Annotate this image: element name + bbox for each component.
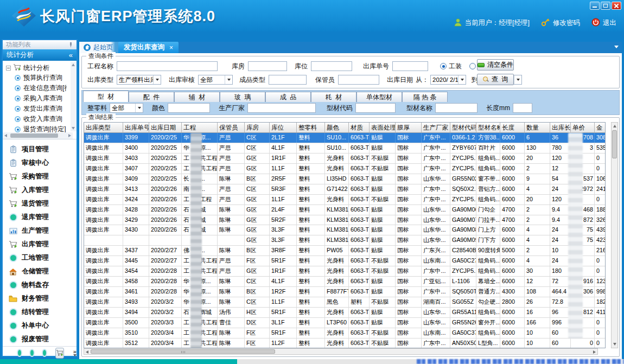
table-row[interactable]: 调拨出库35122020/3/4工共工程陈琳F区1L2F整料光身料6063-T5… (84, 339, 605, 348)
column-header-数量[interactable]: 数量 (525, 123, 550, 132)
scrollbar-thumb[interactable] (91, 349, 275, 354)
column-header-整零料[interactable]: 整零料 (297, 123, 325, 132)
scroll-up-icon[interactable] (613, 125, 616, 127)
sidebar-item-物料盘存[interactable]: 物料盘存 (3, 278, 77, 292)
order-no-input[interactable] (392, 61, 428, 71)
cart-module-button[interactable] (55, 348, 64, 359)
sidebar-item-仓储管理[interactable]: 仓储管理 (3, 265, 77, 278)
sidebar-item-生产管理[interactable]: 生产管理 (3, 224, 77, 238)
table-row[interactable]: 调拨出库34242020/2/26工工程严思G区1L1F整料光身料6063-T5… (84, 195, 605, 205)
profile-code-input[interactable] (355, 103, 396, 113)
tree-item-预算执行查询[interactable]: 预算执行查询 (3, 73, 67, 83)
scroll-left-icon[interactable] (4, 134, 7, 137)
material-tab-玻璃[interactable]: 玻 璃 (220, 92, 265, 102)
minimize-button[interactable] (590, 2, 600, 10)
column-header-材质[interactable]: 材质 (349, 123, 370, 132)
scroll-right-icon[interactable] (593, 350, 596, 354)
search-button[interactable]: 查 询 (477, 74, 514, 85)
material-tab-辅材[interactable]: 辅 材 (174, 92, 220, 102)
sidebar-item-补单中心[interactable]: 补单中心 (3, 319, 77, 333)
color-input[interactable] (168, 103, 210, 113)
tree-item-收货入库查询[interactable]: 收货入库查询 (3, 114, 67, 124)
material-tab-耗材[interactable]: 耗 材 (311, 92, 356, 102)
sidebar-item-审核中心[interactable]: 审核中心 (3, 156, 77, 170)
audit-select[interactable]: 全部 (198, 75, 233, 85)
sidebar-item-出库管理[interactable]: 出库管理 (3, 238, 77, 251)
scroll-right-icon[interactable] (68, 134, 71, 137)
profile-name-input[interactable] (435, 103, 477, 113)
module-dot-icon[interactable] (43, 350, 46, 356)
table-row[interactable]: 调拨出库34942020/3/2石辉城汤伟H区5R1F整料光身料6063-T5贴… (84, 308, 605, 318)
collapse-icon[interactable]: « (69, 51, 73, 59)
scrollbar-thumb[interactable] (612, 130, 617, 158)
table-row[interactable]: 调拨出库34452020/2/27工共工程严思F区5R1F整料光身料6063-T… (84, 256, 605, 266)
table-row[interactable]: 调拨出库34292020/2/26石城陈琳G区5R2F整料KLM38176063… (84, 215, 605, 226)
material-tab-隔热条[interactable]: 隔 热 条 (402, 92, 448, 102)
sidebar-item-财务管理[interactable]: 财务管理 (3, 292, 77, 305)
column-header-工程[interactable]: 工程 (182, 123, 218, 132)
column-header-长度[interactable]: 长度 (500, 123, 525, 132)
tree-item-在途信息查询[待[interactable]: 在途信息查询[待 (3, 83, 67, 93)
sidebar-item-结转管理[interactable]: 结转管理 (3, 305, 77, 319)
sidebar-item-工地管理[interactable]: 工地管理 (3, 251, 77, 265)
column-header-金[interactable]: 金 (595, 123, 606, 132)
scroll-up-icon[interactable] (72, 63, 75, 66)
pin-icon[interactable] (68, 42, 73, 47)
scroll-down-icon[interactable] (613, 343, 616, 346)
expander-icon[interactable] (6, 66, 11, 71)
date-from-select[interactable]: 2020/ 2/16 (430, 75, 466, 85)
scroll-down-icon[interactable] (72, 127, 75, 130)
material-tab-配件[interactable]: 配 件 (129, 92, 174, 102)
column-header-出库日期[interactable]: 出库日期 (149, 123, 182, 132)
table-row[interactable]: 调拨出库35002020/3/3工共工程曹佳D区3L1F整料LT3P606063… (84, 318, 605, 328)
table-row[interactable]: 调拨出库34302020/2/26石城陈琳G区3L3F整料KLM38176063… (84, 225, 605, 235)
table-row[interactable]: 调拨出库34612020/2/28华原...陈琳B区1R2F整料F8877FT6… (84, 287, 605, 297)
sidebar-item-退库管理[interactable]: 退库管理 (3, 210, 77, 224)
tree-horizontal-scrollbar[interactable] (3, 132, 73, 139)
column-header-型材代码[interactable]: 型材代码 (450, 123, 476, 132)
manufacturer-input[interactable] (247, 103, 316, 113)
column-header-颜色[interactable]: 颜色 (325, 123, 349, 132)
table-row[interactable]: 调拨出库34372020/2/27佛...陈琳B区3R8F整料PW056063-… (84, 246, 605, 256)
column-header-膜厚[interactable]: 膜厚 (396, 123, 422, 132)
table-horizontal-scrollbar[interactable] (84, 348, 598, 355)
table-row[interactable]: 调拨出库34072020/2/25工共工程严思G区1L1F整料光身料6063-T… (84, 164, 605, 174)
table-row[interactable]: 调拨出库34002020/2/25华原...严思C区4L1F整料SU10...6… (84, 143, 605, 154)
column-header-出库类型[interactable]: 出库类型 (84, 123, 123, 132)
column-header-单价[interactable]: 单价 (571, 123, 595, 132)
scrollbar-thumb[interactable] (10, 133, 58, 138)
table-row[interactable]: 调拨出库34932020/3/2华原...陈琳C区1L1F整料黑色塑料不贴膜国标… (84, 297, 605, 308)
sidebar-item-退货管理[interactable]: 退货管理 (3, 197, 77, 210)
project-name-input[interactable] (117, 61, 218, 71)
tab-close-icon[interactable]: × (169, 44, 173, 52)
material-tab-成品[interactable]: 成 品 (265, 92, 311, 102)
tab-home[interactable]: 起始页 (79, 42, 118, 53)
change-password-button[interactable]: 修改密码 (541, 17, 580, 28)
tree-item-发货出库查询[interactable]: 发货出库查询 (3, 104, 67, 114)
keeper-input[interactable] (338, 75, 379, 85)
table-row[interactable]: 调拨出库34542020/2/28工共工程严思G区1R1F整料光身料6063-T… (84, 266, 605, 277)
tab-shipment-query[interactable]: 发货出库查询 × (118, 42, 179, 53)
table-vertical-scrollbar[interactable] (611, 122, 618, 348)
tree-vertical-scrollbar[interactable] (71, 62, 77, 131)
table-row[interactable]: G区3L3F整料KLM38176063-T5贴膜国标山东华...GA90M09.… (84, 235, 605, 246)
warehouse-input[interactable] (248, 61, 287, 71)
column-header-型材名称[interactable]: 型材名称 (476, 123, 500, 132)
column-header-出库长度[interactable]: 出库长度 (550, 123, 571, 132)
tab-list-dropdown-icon[interactable] (614, 46, 619, 48)
sidebar-item-采购管理[interactable]: 采购管理 (3, 170, 77, 183)
column-header-保管员[interactable]: 保管员 (218, 123, 245, 132)
column-header-生产厂家[interactable]: 生产厂家 (422, 123, 450, 132)
tree-root[interactable]: 统计分析 (3, 63, 77, 73)
radio-industrial[interactable] (440, 63, 447, 69)
sidebar-item-报废管理[interactable]: 报废管理 (3, 333, 77, 346)
table-row[interactable]: 调拨出库34282020/2/26石城陈琳G区2L4F整料KLM38176063… (84, 205, 605, 215)
close-button[interactable] (612, 2, 621, 10)
module-dot-icon[interactable] (30, 350, 34, 356)
tree-item-采购入库查询[interactable]: 采购入库查询 (3, 93, 67, 104)
radio-home[interactable] (469, 63, 476, 69)
product-type-input[interactable] (269, 75, 307, 85)
column-header-库位[interactable]: 库位 (270, 123, 297, 132)
maximize-button[interactable] (601, 2, 610, 10)
table-row[interactable]: 调拨出库35102020/3/4工共工程陈琳F区5R1F整料光身料6063-T5… (84, 328, 605, 339)
